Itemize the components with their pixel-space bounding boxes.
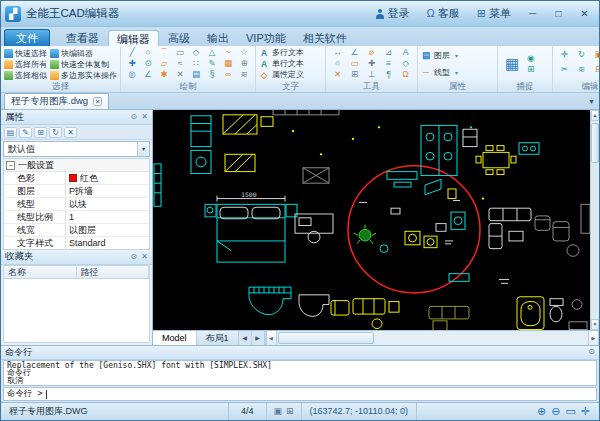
command-input[interactable]: 命令行 > bbox=[3, 387, 597, 401]
cad-dining-set[interactable] bbox=[476, 146, 516, 175]
snap-grid-icon[interactable]: ▦ bbox=[501, 53, 523, 75]
cad-sink[interactable] bbox=[569, 300, 587, 330]
properties-toolbar-icon[interactable]: ▤ bbox=[4, 127, 17, 138]
cad-cabinet-small[interactable] bbox=[380, 212, 465, 252]
cad-armchairs-gray[interactable] bbox=[535, 204, 590, 256]
draw-tool-icon[interactable]: ∞ bbox=[220, 69, 236, 80]
quick-select-button[interactable]: 快速选择 bbox=[4, 48, 47, 59]
attribute-define-button[interactable]: ◇属性定义 bbox=[259, 69, 304, 80]
tool-icon[interactable]: ⊥ bbox=[363, 69, 380, 80]
tool-icon[interactable]: ↔ bbox=[329, 47, 346, 58]
cad-bed[interactable] bbox=[205, 204, 297, 262]
cad-text-marks[interactable] bbox=[499, 279, 509, 283]
edit-tool-icon[interactable]: ✛ bbox=[556, 49, 573, 64]
edit-tool-icon[interactable]: ↻ bbox=[573, 49, 590, 64]
property-row-text-style[interactable]: 文字样式 Standard bbox=[4, 237, 149, 250]
tool-icon[interactable]: ⊿ bbox=[380, 47, 397, 58]
cad-sofa-white[interactable] bbox=[489, 208, 531, 248]
tool-icon[interactable]: ∠ bbox=[346, 47, 363, 58]
cad-bench[interactable] bbox=[449, 274, 469, 282]
properties-toolbar-icon[interactable]: ✕ bbox=[64, 127, 77, 138]
draw-tool-icon[interactable]: ≈ bbox=[172, 58, 188, 69]
cad-appliances[interactable] bbox=[405, 189, 456, 248]
minimize-button[interactable]: ─ bbox=[522, 5, 543, 22]
customer-service-button[interactable]: Ω客服 bbox=[421, 4, 466, 23]
scroll-right-icon[interactable]: ▶ bbox=[588, 331, 599, 345]
block-editor-button[interactable]: 块编辑器 bbox=[50, 48, 117, 59]
tab-layout1[interactable]: 布局1 bbox=[197, 331, 239, 345]
cad-wardrobe-hatched[interactable] bbox=[223, 115, 273, 172]
favorites-list[interactable] bbox=[3, 279, 150, 343]
cad-cabinets-topleft[interactable] bbox=[191, 116, 211, 174]
tab-vip[interactable]: VIP功能 bbox=[238, 30, 294, 46]
tab-list-dropdown-icon[interactable]: ▼ bbox=[584, 94, 599, 109]
edit-tool-icon[interactable]: ▣ bbox=[590, 49, 600, 64]
tool-icon[interactable]: ⌀ bbox=[363, 47, 380, 58]
property-row-linetype-scale[interactable]: 线型比例 1 bbox=[4, 211, 149, 224]
cad-bathtub[interactable] bbox=[517, 297, 544, 330]
cad-piano[interactable] bbox=[249, 287, 291, 314]
draw-tool-icon[interactable]: ⊙ bbox=[140, 58, 156, 69]
draw-tool-icon[interactable]: ▭ bbox=[172, 47, 188, 58]
edit-tool-icon[interactable]: ⊟ bbox=[590, 64, 600, 79]
text-button[interactable]: A单行文本 bbox=[259, 58, 304, 69]
file-menu-button[interactable]: 文件 bbox=[4, 29, 50, 46]
scroll-left-icon[interactable]: ◀ bbox=[266, 331, 277, 345]
cad-table-small[interactable] bbox=[303, 168, 329, 183]
draw-tool-icon[interactable]: ╱ bbox=[124, 47, 140, 58]
scroll-down-icon[interactable]: ▼ bbox=[591, 319, 599, 330]
cad-sofa-yellow[interactable] bbox=[331, 299, 399, 329]
tool-icon[interactable]: ✚ bbox=[363, 58, 380, 69]
tool-icon[interactable]: ▭ bbox=[346, 58, 363, 69]
tool-icon[interactable]: ¶ bbox=[380, 69, 397, 80]
snap-option-icon[interactable]: ⊞ bbox=[527, 65, 534, 74]
panel-close-icon[interactable]: ✕ bbox=[141, 113, 148, 121]
property-row-layer[interactable]: 图层 P拆墙 bbox=[4, 185, 149, 198]
pin-icon[interactable]: ⊙ bbox=[588, 348, 595, 356]
draw-tool-icon[interactable]: ▱ bbox=[156, 58, 172, 69]
mtext-button[interactable]: A多行文本 bbox=[259, 47, 304, 58]
draw-tool-icon[interactable]: △ bbox=[204, 47, 220, 58]
zoom-control-icon[interactable]: ▭ bbox=[565, 403, 575, 420]
tool-icon[interactable]: ○ bbox=[329, 58, 346, 69]
tool-icon[interactable]: A bbox=[397, 47, 414, 58]
edit-tool-icon[interactable]: ✂ bbox=[556, 64, 573, 79]
properties-group-row[interactable]: − 一般设置 bbox=[4, 159, 149, 172]
draw-tool-icon[interactable]: ✕ bbox=[172, 69, 188, 80]
tab-output[interactable]: 输出 bbox=[199, 30, 237, 46]
close-button[interactable]: ✕ bbox=[574, 5, 595, 22]
status-toggle-icon[interactable]: ▣ bbox=[274, 403, 283, 420]
properties-toolbar-icon[interactable]: ✎ bbox=[19, 127, 32, 138]
vertical-scroll-thumb[interactable] bbox=[591, 123, 599, 163]
pin-icon[interactable]: ⊙ bbox=[131, 113, 138, 121]
favorites-column-path[interactable]: 路径 bbox=[77, 266, 150, 278]
property-row-color[interactable]: 色彩 红色 bbox=[4, 172, 149, 185]
tab-related-software[interactable]: 相关软件 bbox=[295, 30, 355, 46]
draw-tool-icon[interactable]: ⊕ bbox=[236, 58, 252, 69]
properties-toolbar-icon[interactable]: ↻ bbox=[49, 127, 62, 138]
tool-icon[interactable]: Ω bbox=[397, 69, 414, 80]
quick-copy-all-button[interactable]: 快速全体复制 bbox=[50, 59, 117, 70]
zoom-control-icon[interactable]: ⊕ bbox=[537, 403, 546, 420]
vertical-scrollbar[interactable]: ▲ ▼ bbox=[590, 110, 599, 330]
maximize-button[interactable]: □ bbox=[548, 5, 569, 22]
linetype-button[interactable]: ─线型▾ bbox=[421, 67, 458, 78]
command-history[interactable]: Replacement of the [Geniso.SHX] font wit… bbox=[3, 360, 597, 387]
tab-editor[interactable]: 编辑器 bbox=[108, 30, 159, 46]
cad-toilet[interactable] bbox=[550, 299, 563, 322]
cad-dimension[interactable]: 1500 bbox=[217, 191, 285, 202]
select-similar-button[interactable]: 选择相似 bbox=[4, 70, 47, 81]
layer-button[interactable]: ▤图层▾ bbox=[421, 50, 458, 61]
tab-viewer[interactable]: 查看器 bbox=[58, 30, 107, 46]
property-row-linetype[interactable]: 线型 以块 bbox=[4, 198, 149, 211]
pin-icon[interactable]: ⊙ bbox=[131, 253, 138, 261]
login-button[interactable]: 登录 bbox=[369, 4, 416, 23]
cad-desk[interactable] bbox=[295, 214, 333, 243]
tool-icon[interactable]: ≡ bbox=[380, 58, 397, 69]
tab-model[interactable]: Model bbox=[153, 331, 197, 345]
cad-sofa-olive[interactable] bbox=[429, 306, 469, 329]
snap-option-icon[interactable]: ◉ bbox=[527, 54, 534, 63]
draw-tool-icon[interactable]: ✎ bbox=[204, 58, 220, 69]
layout-next-icon[interactable]: ▶ bbox=[252, 331, 265, 345]
edit-tool-icon[interactable]: ≋ bbox=[573, 64, 590, 79]
